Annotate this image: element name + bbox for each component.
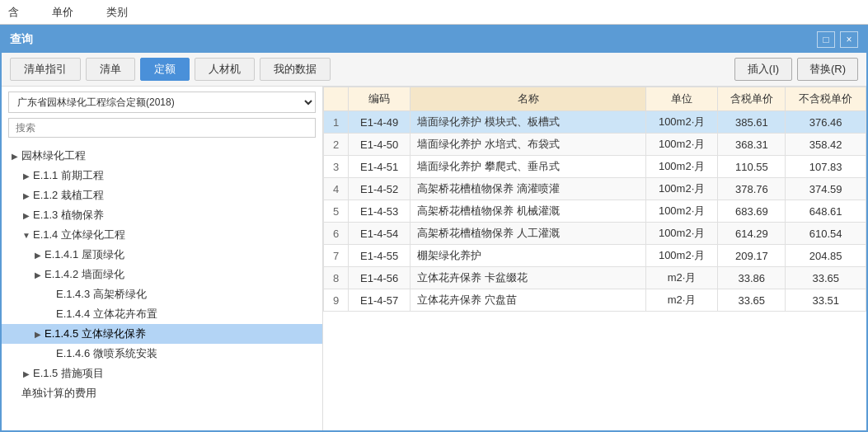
cell-unit: m2·月 — [645, 267, 717, 289]
cell-notax-price: 376.46 — [786, 111, 866, 134]
right-panel: 编码 名称 单位 含税单价 不含税单价 1E1-4-49墙面绿化养护 模块式、板… — [323, 87, 866, 430]
tree-toggle-e15[interactable]: ▶ — [20, 369, 33, 378]
tree-item-e141[interactable]: ▶E.1.4.1 屋顶绿化 — [2, 245, 322, 265]
tree-item-e15[interactable]: ▶E.1.5 措施项目 — [2, 364, 322, 383]
cell-notax-price: 374.59 — [786, 178, 866, 200]
dialog-close-button[interactable]: × — [840, 31, 858, 48]
tree-item-single[interactable]: 单独计算的费用 — [2, 383, 322, 403]
cell-code: E1-4-55 — [349, 245, 411, 267]
tree-label-e14: E.1.4 立体绿化工程 — [33, 228, 316, 242]
col-notax-price: 不含税单价 — [786, 87, 866, 111]
col-tax-price: 含税单价 — [718, 87, 786, 111]
cell-tax-price: 683.69 — [718, 200, 786, 223]
table-header: 编码 名称 单位 含税单价 不含税单价 — [324, 87, 866, 111]
tree-label-e11: E.1.1 前期工程 — [33, 168, 316, 183]
tree-item-e142[interactable]: ▶E.1.4.2 墙面绿化 — [2, 265, 322, 284]
cell-code: E1-4-54 — [349, 223, 411, 245]
tree-toggle-e13[interactable]: ▶ — [20, 211, 33, 220]
cell-notax-price: 33.65 — [786, 267, 866, 289]
tree-label-e12: E.1.2 栽植工程 — [33, 188, 316, 203]
table-wrapper: 编码 名称 单位 含税单价 不含税单价 1E1-4-49墙面绿化养护 模块式、板… — [323, 87, 866, 430]
cell-unit: 100m2·月 — [645, 156, 717, 178]
tab-qingdan-zhiyin[interactable]: 清单指引 — [10, 58, 81, 81]
table-row[interactable]: 9E1-4-57立体花卉保养 穴盘苗m2·月33.6533.51 — [324, 289, 866, 312]
cell-code: E1-4-50 — [349, 134, 411, 156]
tree-item-e14[interactable]: ▼E.1.4 立体绿化工程 — [2, 225, 322, 245]
table-row[interactable]: 7E1-4-55棚架绿化养护100m2·月209.17204.85 — [324, 245, 866, 267]
tree-toggle-e141[interactable]: ▶ — [31, 251, 45, 260]
dialog-title: 查询 — [10, 32, 33, 47]
tree-toggle-e145[interactable]: ▶ — [31, 330, 45, 339]
cell-tax-price: 33.86 — [718, 267, 786, 289]
table-row[interactable]: 8E1-4-56立体花卉保养 卡盆缀花m2·月33.8633.65 — [324, 267, 866, 289]
tree-item-e145[interactable]: ▶E.1.4.5 立体绿化保养 — [2, 324, 322, 344]
table-row[interactable]: 1E1-4-49墙面绿化养护 模块式、板槽式100m2·月385.61376.4… — [324, 111, 866, 134]
cell-num: 5 — [324, 200, 349, 223]
table-row[interactable]: 2E1-4-50墙面绿化养护 水培式、布袋式100m2·月368.31358.4… — [324, 134, 866, 156]
table-row[interactable]: 6E1-4-54高架桥花槽植物保养 人工灌溉100m2·月614.29610.5… — [324, 223, 866, 245]
data-table: 编码 名称 单位 含税单价 不含税单价 1E1-4-49墙面绿化养护 模块式、板… — [323, 87, 866, 312]
tree-label-root: 园林绿化工程 — [21, 148, 316, 163]
cell-tax-price: 209.17 — [718, 245, 786, 267]
replace-button[interactable]: 替换(R) — [797, 58, 858, 81]
cell-num: 6 — [324, 223, 349, 245]
col-unit: 单位 — [645, 87, 717, 111]
cell-code: E1-4-53 — [349, 200, 411, 223]
col-code: 编码 — [349, 87, 411, 111]
search-input[interactable] — [8, 118, 316, 138]
tree-item-e146[interactable]: E.1.4.6 微喷系统安装 — [2, 344, 322, 364]
tree-toggle-e12[interactable]: ▶ — [20, 191, 33, 200]
cell-unit: 100m2·月 — [645, 245, 717, 267]
cell-notax-price: 204.85 — [786, 245, 866, 267]
tab-rencaiji[interactable]: 人材机 — [195, 58, 255, 81]
cell-num: 7 — [324, 245, 349, 267]
table-row[interactable]: 3E1-4-51墙面绿化养护 攀爬式、垂吊式100m2·月110.55107.8… — [324, 156, 866, 178]
tree-label-e141: E.1.4.1 屋顶绿化 — [45, 247, 316, 262]
table-row[interactable]: 5E1-4-53高架桥花槽植物保养 机械灌溉100m2·月683.69648.6… — [324, 200, 866, 223]
tree-item-root[interactable]: ▶园林绿化工程 — [2, 146, 322, 166]
cell-unit: 100m2·月 — [645, 111, 717, 134]
tree-item-e13[interactable]: ▶E.1.3 植物保养 — [2, 205, 322, 225]
main-body: 广东省园林绿化工程综合定额(2018) ▶园林绿化工程▶E.1.1 前期工程▶E… — [2, 87, 866, 430]
tree-item-e11[interactable]: ▶E.1.1 前期工程 — [2, 166, 322, 185]
cell-code: E1-4-57 — [349, 289, 411, 312]
cell-name: 高架桥花槽植物保养 机械灌溉 — [411, 200, 646, 223]
tree-item-e12[interactable]: ▶E.1.2 栽植工程 — [2, 185, 322, 205]
dialog-minimize-button[interactable]: □ — [817, 31, 835, 48]
dialog-titlebar: 查询 □ × — [2, 26, 866, 53]
cell-unit: 100m2·月 — [645, 223, 717, 245]
cell-notax-price: 107.83 — [786, 156, 866, 178]
tree-toggle-e14[interactable]: ▼ — [20, 231, 33, 240]
cell-name: 墙面绿化养护 攀爬式、垂吊式 — [411, 156, 646, 178]
tree-container: ▶园林绿化工程▶E.1.1 前期工程▶E.1.2 栽植工程▶E.1.3 植物保养… — [2, 143, 322, 430]
right-action-buttons: 插入(I) 替换(R) — [734, 58, 858, 81]
tree-item-e144[interactable]: E.1.4.4 立体花卉布置 — [2, 304, 322, 324]
search-box — [8, 118, 316, 138]
cell-unit: 100m2·月 — [645, 178, 717, 200]
toolbar: 清单指引 清单 定额 人材机 我的数据 插入(I) 替换(R) — [2, 53, 866, 87]
tree-label-e15: E.1.5 措施项目 — [33, 366, 316, 381]
cell-name: 立体花卉保养 卡盆缀花 — [411, 267, 646, 289]
cell-tax-price: 378.76 — [718, 178, 786, 200]
cell-num: 2 — [324, 134, 349, 156]
tree-label-e142: E.1.4.2 墙面绿化 — [45, 267, 316, 282]
cell-tax-price: 33.65 — [718, 289, 786, 312]
tree-label-e146: E.1.4.6 微喷系统安装 — [56, 346, 316, 361]
dialog-content: 清单指引 清单 定额 人材机 我的数据 插入(I) 替换(R) 广东省园林绿化工… — [2, 53, 866, 430]
cell-name: 墙面绿化养护 水培式、布袋式 — [411, 134, 646, 156]
tab-qingdan[interactable]: 清单 — [86, 58, 135, 81]
cell-name: 墙面绿化养护 模块式、板槽式 — [411, 111, 646, 134]
tree-toggle-root[interactable]: ▶ — [8, 152, 21, 161]
tree-toggle-e11[interactable]: ▶ — [20, 171, 33, 181]
tree-toggle-e142[interactable]: ▶ — [31, 270, 45, 279]
tab-mydata[interactable]: 我的数据 — [260, 58, 331, 81]
cell-tax-price: 385.61 — [718, 111, 786, 134]
tab-dinge[interactable]: 定额 — [140, 58, 190, 81]
cell-num: 4 — [324, 178, 349, 200]
table-row[interactable]: 4E1-4-52高架桥花槽植物保养 滴灌喷灌100m2·月378.76374.5… — [324, 178, 866, 200]
cell-notax-price: 610.54 — [786, 223, 866, 245]
tree-item-e143[interactable]: E.1.4.3 高架桥绿化 — [2, 284, 322, 304]
insert-button[interactable]: 插入(I) — [734, 58, 792, 81]
table-body: 1E1-4-49墙面绿化养护 模块式、板槽式100m2·月385.61376.4… — [324, 111, 866, 312]
quota-dropdown[interactable]: 广东省园林绿化工程综合定额(2018) — [8, 92, 316, 113]
